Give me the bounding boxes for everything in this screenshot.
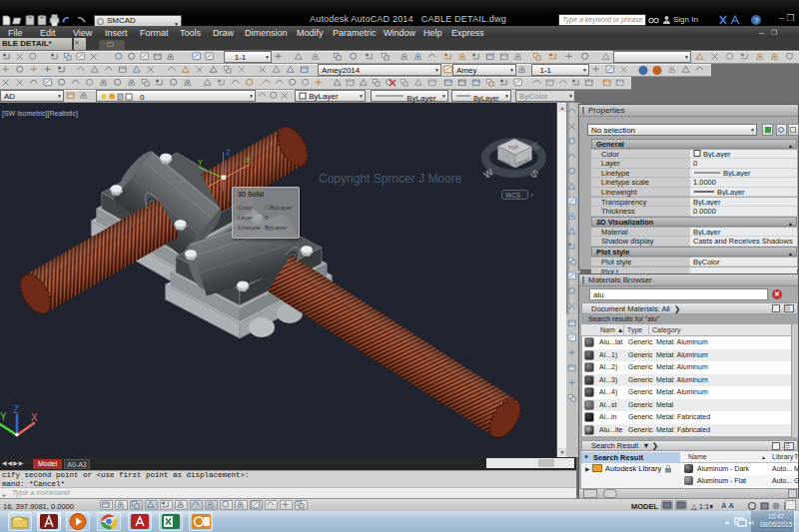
svg-text:Y: Y [0,411,7,422]
svg-text:▼: ▼ [529,192,534,198]
svg-text:?: ? [754,16,759,25]
svg-text:X: X [31,412,38,423]
svg-text:Z: Z [226,148,231,157]
svg-text:Y: Y [198,158,203,167]
svg-text:Z: Z [13,404,19,415]
svg-text:TOP: TOP [508,144,519,151]
svg-text:X: X [246,156,251,165]
svg-text:WCS: WCS [505,192,521,199]
